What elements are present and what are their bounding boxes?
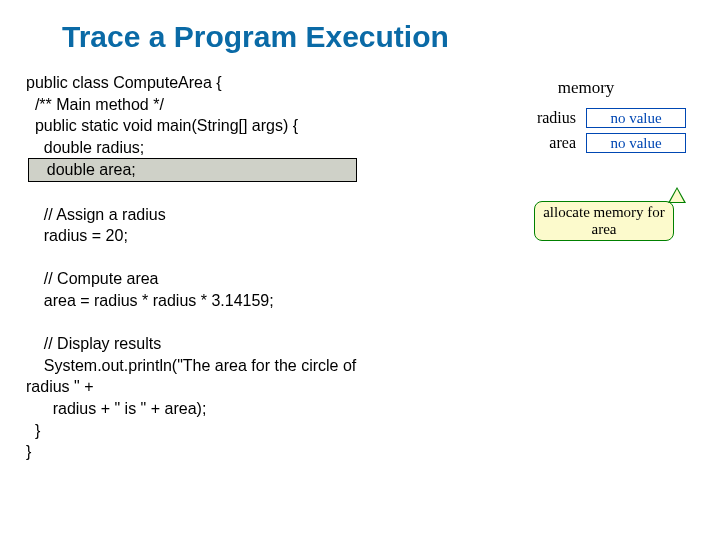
code-block: public class ComputeArea { /** Main meth… <box>26 72 486 463</box>
code-line: } <box>26 420 486 442</box>
memory-value-box: no value <box>586 133 686 153</box>
callout-container: allocate memory for area <box>534 201 686 241</box>
code-line: double radius; <box>26 137 486 159</box>
code-line: radius " + <box>26 376 486 398</box>
content-area: public class ComputeArea { /** Main meth… <box>0 72 720 463</box>
code-blank <box>26 247 486 269</box>
memory-label: area <box>549 134 576 152</box>
code-line: public static void main(String[] args) { <box>26 115 486 137</box>
memory-label: radius <box>537 109 576 127</box>
code-line: public class ComputeArea { <box>26 72 486 94</box>
code-line: System.out.println("The area for the cir… <box>26 355 486 377</box>
code-line: // Assign a radius <box>26 204 486 226</box>
highlight-box: double area; <box>28 158 357 182</box>
code-blank <box>26 182 486 204</box>
code-line-highlighted: double area; <box>26 158 486 182</box>
code-line: /** Main method */ <box>26 94 486 116</box>
code-line: radius + " is " + area); <box>26 398 486 420</box>
code-line: radius = 20; <box>26 225 486 247</box>
code-line: // Display results <box>26 333 486 355</box>
memory-panel: memory radius no value area no value all… <box>486 72 686 463</box>
code-line: area = radius * radius * 3.14159; <box>26 290 486 312</box>
memory-value-box: no value <box>586 108 686 128</box>
code-blank <box>26 312 486 334</box>
code-line: // Compute area <box>26 268 486 290</box>
memory-row: radius no value <box>486 108 686 128</box>
page-title: Trace a Program Execution <box>0 0 720 72</box>
memory-row: area no value <box>486 133 686 153</box>
callout-box: allocate memory for area <box>534 201 674 241</box>
memory-heading: memory <box>486 78 686 98</box>
code-line: } <box>26 441 486 463</box>
